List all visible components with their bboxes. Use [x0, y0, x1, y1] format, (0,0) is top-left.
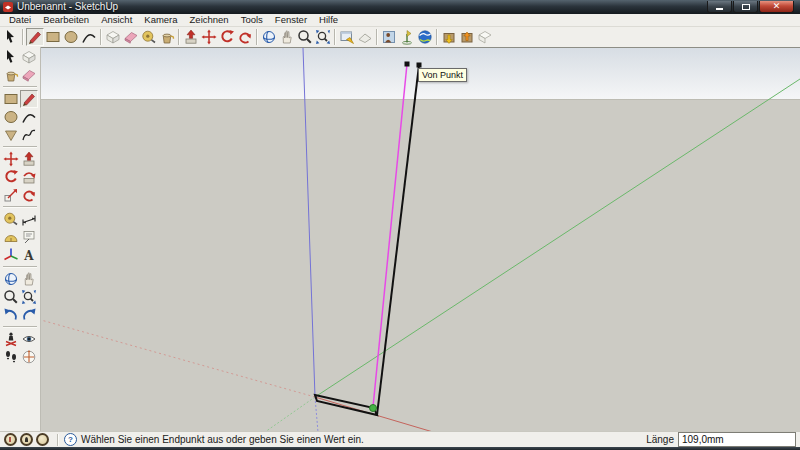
- rotate-icon: [3, 169, 19, 185]
- menu-zeichnen[interactable]: Zeichnen: [184, 14, 235, 26]
- measurement-input[interactable]: [678, 432, 796, 447]
- circle-icon: [3, 109, 19, 125]
- geo-location-medallion[interactable]: [4, 433, 17, 446]
- sign-in-medallion[interactable]: [36, 433, 49, 446]
- circle-tool-button[interactable]: [2, 108, 20, 126]
- line-tool-button[interactable]: [20, 90, 38, 108]
- scale-tool-button[interactable]: [2, 186, 20, 204]
- offset-tool-button[interactable]: [236, 28, 254, 46]
- claim-credit-medallion[interactable]: [20, 433, 33, 446]
- make-component-tool-button[interactable]: [104, 28, 122, 46]
- zoom-tool-button[interactable]: [296, 28, 314, 46]
- menu-tools[interactable]: Tools: [235, 14, 269, 26]
- get-models-tool-button[interactable]: [440, 28, 458, 46]
- zoom-extents-tool-button[interactable]: [314, 28, 332, 46]
- freehand-icon: [21, 127, 37, 143]
- orbit-tool-button[interactable]: [260, 28, 278, 46]
- pan-tool-button[interactable]: [278, 28, 296, 46]
- make-component-tool-button[interactable]: [20, 48, 38, 66]
- close-button[interactable]: ✕: [759, 1, 794, 13]
- rectangle-tool-button[interactable]: [44, 28, 62, 46]
- axes-tool-button[interactable]: [2, 246, 20, 264]
- follow-me-tool-button[interactable]: [20, 168, 38, 186]
- zoom-extents-tool-button[interactable]: [20, 288, 38, 306]
- share-models-icon: [459, 29, 475, 45]
- arc-tool-button[interactable]: [80, 28, 98, 46]
- menu-fenster[interactable]: Fenster: [269, 14, 313, 26]
- previous-icon: [3, 307, 19, 323]
- paint-bucket-tool-button[interactable]: [2, 66, 20, 84]
- dimension-tool-button[interactable]: [20, 210, 38, 228]
- toolbar-separator: [3, 146, 37, 148]
- rectangle-icon: [3, 91, 19, 107]
- tape-measure-tool-button[interactable]: [140, 28, 158, 46]
- paint-bucket-tool-button[interactable]: [158, 28, 176, 46]
- walk-tool-button[interactable]: [2, 348, 20, 366]
- push-pull-tool-button[interactable]: [20, 150, 38, 168]
- tool-row: [0, 150, 40, 168]
- help-icon[interactable]: ?: [64, 433, 77, 446]
- tape-measure-icon: [3, 211, 19, 227]
- menu-datei[interactable]: Datei: [3, 14, 37, 26]
- rectangle-tool-button[interactable]: [2, 90, 20, 108]
- zoom-icon: [297, 29, 313, 45]
- maximize-button[interactable]: [733, 1, 758, 13]
- menu-hilfe[interactable]: Hilfe: [313, 14, 344, 26]
- previous-tool-button[interactable]: [2, 306, 20, 324]
- tool-row: [0, 126, 40, 144]
- arc-tool-button[interactable]: [20, 108, 38, 126]
- tool-row: [0, 108, 40, 126]
- text-tool-button[interactable]: [20, 228, 38, 246]
- push-pull-icon: [183, 29, 199, 45]
- photo-textures-tool-button[interactable]: [380, 28, 398, 46]
- polygon-tool-button[interactable]: [2, 126, 20, 144]
- drawing-canvas[interactable]: [41, 48, 800, 431]
- 3d-text-tool-button[interactable]: A: [20, 246, 38, 264]
- select-tool-button[interactable]: [2, 48, 20, 66]
- toolbar-separator: [178, 29, 180, 45]
- offset-tool-button[interactable]: [20, 186, 38, 204]
- inference-tooltip: Von Punkt: [418, 68, 467, 82]
- tool-row: A: [0, 246, 40, 264]
- rotate-tool-button[interactable]: [218, 28, 236, 46]
- orbit-tool-button[interactable]: [2, 270, 20, 288]
- look-around-tool-button[interactable]: [20, 330, 38, 348]
- tape-measure-tool-button[interactable]: [2, 210, 20, 228]
- freehand-tool-button[interactable]: [20, 126, 38, 144]
- menu-kamera[interactable]: Kamera: [138, 14, 183, 26]
- google-earth-tool-button[interactable]: [416, 28, 434, 46]
- pan-icon: [21, 271, 37, 287]
- share-models-tool-button[interactable]: [458, 28, 476, 46]
- toolbar-separator: [436, 29, 438, 45]
- move-tool-button[interactable]: [2, 150, 20, 168]
- minimize-button[interactable]: [707, 1, 732, 13]
- move-tool-button[interactable]: [200, 28, 218, 46]
- section-plane-tool-button[interactable]: [20, 348, 38, 366]
- move-icon: [3, 151, 19, 167]
- position-camera-tool-button[interactable]: [2, 330, 20, 348]
- eraser-tool-button[interactable]: [20, 66, 38, 84]
- zoom-tool-button[interactable]: [2, 288, 20, 306]
- menu-ansicht[interactable]: Ansicht: [95, 14, 138, 26]
- select-tool-button[interactable]: [2, 28, 20, 46]
- eraser-tool-button[interactable]: [122, 28, 140, 46]
- share-component-tool-button[interactable]: [476, 28, 494, 46]
- line-icon: [21, 91, 37, 107]
- zoom-extents-icon: [21, 289, 37, 305]
- add-location-tool-button[interactable]: [338, 28, 356, 46]
- toggle-terrain-icon: [357, 29, 373, 45]
- select-icon: [3, 49, 19, 65]
- toggle-terrain-tool-button[interactable]: [356, 28, 374, 46]
- next-tool-button[interactable]: [20, 306, 38, 324]
- line-tool-button[interactable]: [26, 28, 44, 46]
- window-controls: ✕: [706, 1, 800, 13]
- circle-tool-button[interactable]: [62, 28, 80, 46]
- drawing-viewport[interactable]: Von Punkt: [41, 47, 800, 431]
- rotate-tool-button[interactable]: [2, 168, 20, 186]
- protractor-tool-button[interactable]: [2, 228, 20, 246]
- preview-google-earth-tool-button[interactable]: [398, 28, 416, 46]
- push-pull-tool-button[interactable]: [182, 28, 200, 46]
- measurement-label: Länge: [646, 434, 674, 445]
- pan-tool-button[interactable]: [20, 270, 38, 288]
- menu-bearbeiten[interactable]: Bearbeiten: [37, 14, 95, 26]
